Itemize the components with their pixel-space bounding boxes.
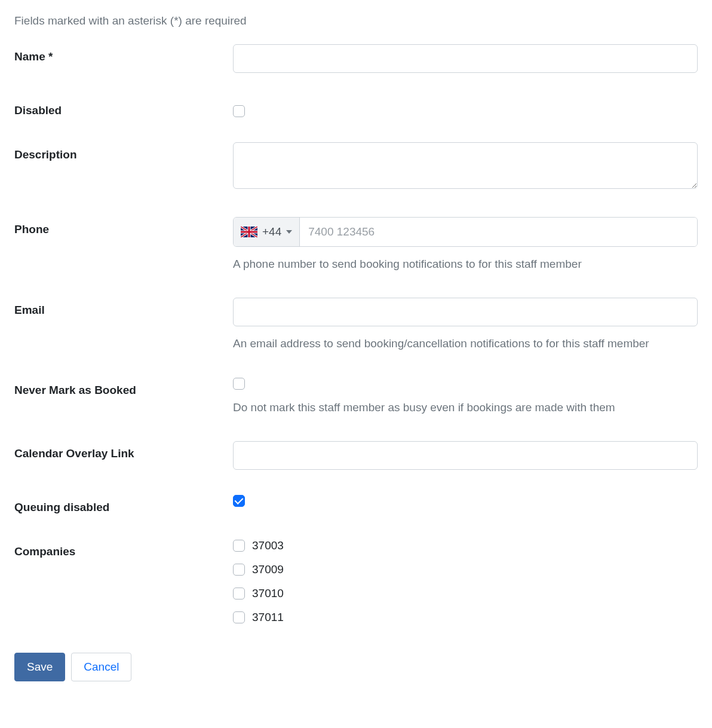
queuing-disabled-checkbox[interactable] [233,495,245,507]
phone-prefix-text: +44 [262,225,281,238]
company-item: 37009 [233,563,698,576]
company-label: 37009 [252,563,284,576]
uk-flag-icon [241,227,257,237]
label-name: Name * [14,44,233,63]
label-companies: Companies [14,539,233,558]
row-email: Email An email address to send booking/c… [14,298,698,352]
company-item: 37011 [233,611,698,624]
email-input[interactable] [233,298,698,326]
never-booked-checkbox[interactable] [233,378,245,390]
phone-country-selector[interactable]: +44 [234,218,300,246]
row-description: Description [14,142,698,192]
company-checkbox[interactable] [233,588,245,599]
label-calendar-overlay: Calendar Overlay Link [14,441,233,460]
company-label: 37003 [252,539,284,552]
company-item: 37010 [233,587,698,600]
label-phone: Phone [14,217,233,236]
company-checkbox[interactable] [233,611,245,623]
row-name: Name * [14,44,698,73]
row-companies: Companies 37003370093701037011 [14,539,698,635]
company-label: 37011 [252,611,284,624]
label-never-booked: Never Mark as Booked [14,378,233,397]
row-phone: Phone +44 A phone number to send booking [14,217,698,273]
button-row: Save Cancel [14,653,698,681]
phone-input-group: +44 [233,217,698,247]
required-fields-note: Fields marked with an asterisk (*) are r… [14,14,698,27]
company-label: 37010 [252,587,284,600]
calendar-overlay-input[interactable] [233,441,698,470]
label-email: Email [14,298,233,317]
disabled-checkbox[interactable] [233,105,245,117]
email-help-text: An email address to send booking/cancell… [233,335,698,352]
row-never-booked: Never Mark as Booked Do not mark this st… [14,378,698,416]
phone-help-text: A phone number to send booking notificat… [233,255,698,273]
label-description: Description [14,142,233,161]
row-queuing-disabled: Queuing disabled [14,495,698,514]
company-checkbox[interactable] [233,540,245,552]
company-checkbox[interactable] [233,564,245,576]
phone-input[interactable] [300,218,697,246]
label-queuing-disabled: Queuing disabled [14,495,233,514]
row-disabled: Disabled [14,98,698,117]
never-booked-help-text: Do not mark this staff member as busy ev… [233,399,698,416]
label-disabled: Disabled [14,98,233,117]
company-item: 37003 [233,539,698,552]
name-input[interactable] [233,44,698,73]
row-calendar-overlay: Calendar Overlay Link [14,441,698,470]
save-button[interactable]: Save [14,653,65,681]
cancel-button[interactable]: Cancel [71,653,131,681]
description-textarea[interactable] [233,142,698,189]
chevron-down-icon [286,230,292,234]
